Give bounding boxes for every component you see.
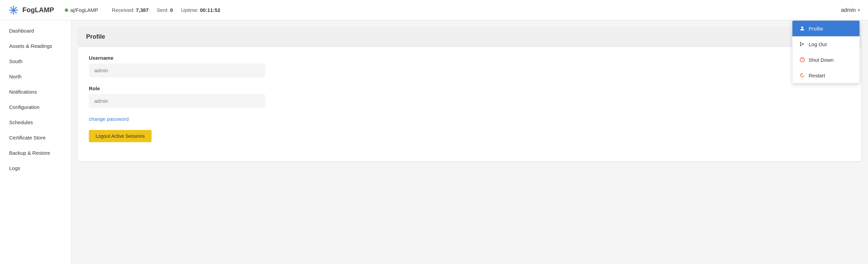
profile-icon [799, 25, 805, 32]
app-header: FogLAMP aj/FogLAMP Received: 7,387 Sent:… [0, 0, 868, 20]
sidebar-item-configuration[interactable]: Configuration [0, 99, 71, 115]
role-label: Role [89, 86, 850, 91]
sidebar-item-north[interactable]: North [0, 69, 71, 84]
logout-icon [799, 41, 805, 47]
status-dot-green [65, 8, 68, 12]
dropdown-item-logout[interactable]: Log Out [792, 36, 860, 52]
profile-title: Profile [86, 33, 853, 40]
uptime-stat: Uptime: 00:11:52 [181, 7, 220, 13]
uptime-value: 00:11:52 [200, 7, 220, 13]
dropdown-item-profile[interactable]: Profile [792, 21, 860, 36]
sent-stat: Sent: 0 [157, 7, 173, 13]
restart-icon [799, 72, 805, 78]
connection-status: aj/FogLAMP [65, 7, 98, 13]
sidebar-item-certificate-store[interactable]: Certificate Store [0, 130, 71, 145]
profile-label: Profile [809, 26, 823, 32]
profile-card-body: Username admin Role admin change passwor… [78, 47, 861, 150]
sidebar-item-schedules[interactable]: Schedules [0, 115, 71, 130]
received-value: 7,387 [136, 7, 149, 13]
sidebar-item-backup-restore[interactable]: Backup & Restore [0, 145, 71, 161]
shutdown-label: Shut Down [809, 57, 833, 63]
admin-dropdown-menu: ProfileLog OutShut DownRestart [792, 20, 860, 83]
logo-area: FogLAMP [8, 5, 54, 16]
chevron-down-icon: ▾ [858, 8, 860, 13]
sidebar-item-dashboard[interactable]: Dashboard [0, 23, 71, 38]
shutdown-icon [799, 57, 805, 63]
sidebar-item-south[interactable]: South [0, 54, 71, 69]
username-label: Username [89, 55, 850, 61]
main-content: Profile Username admin Role admin change… [71, 20, 868, 264]
logout-sessions-button[interactable]: Logout Active Sessions [89, 130, 152, 142]
admin-label: admin [841, 7, 856, 13]
sidebar-item-notifications[interactable]: Notifications [0, 84, 71, 99]
logout-label: Log Out [809, 41, 827, 47]
main-layout: DashboardAssets & ReadingsSouthNorthNoti… [0, 20, 868, 264]
received-stat: Received: 7,387 [112, 7, 149, 13]
connection-label: aj/FogLAMP [70, 7, 98, 13]
header-stats: Received: 7,387 Sent: 0 Uptime: 00:11:52 [112, 7, 841, 13]
sidebar: DashboardAssets & ReadingsSouthNorthNoti… [0, 20, 71, 264]
profile-card: Profile Username admin Role admin change… [78, 27, 861, 161]
restart-label: Restart [809, 73, 825, 78]
sidebar-item-assets-readings[interactable]: Assets & Readings [0, 38, 71, 54]
svg-point-5 [13, 9, 15, 11]
role-value: admin [89, 94, 265, 108]
admin-menu-button[interactable]: admin ▾ [841, 7, 860, 13]
change-password-link[interactable]: change password [89, 116, 129, 122]
foglamp-logo-icon [8, 5, 19, 16]
sidebar-item-logs[interactable]: Logs [0, 161, 71, 176]
logo-text: FogLAMP [22, 6, 54, 14]
dropdown-item-restart[interactable]: Restart [792, 68, 860, 83]
username-value: admin [89, 63, 265, 77]
dropdown-item-shutdown[interactable]: Shut Down [792, 52, 860, 68]
sent-value: 0 [170, 7, 173, 13]
profile-card-header: Profile [78, 27, 861, 47]
